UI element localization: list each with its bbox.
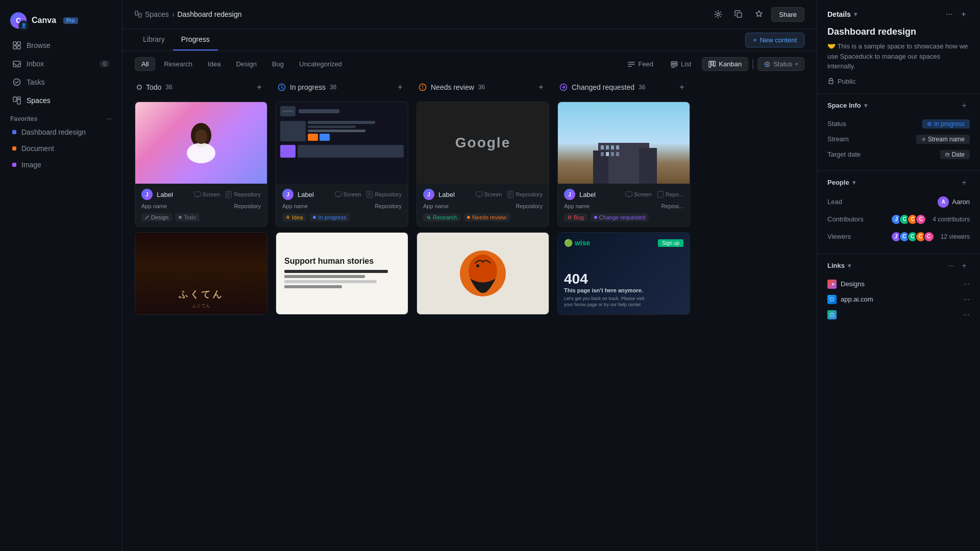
svg-point-57 [830, 313, 834, 316]
link-item-3: ··· [827, 307, 970, 322]
people-add-button[interactable]: + [959, 177, 970, 188]
sidebar-item-spaces[interactable]: Spaces [6, 92, 116, 109]
tab-progress[interactable]: Progress [173, 29, 218, 51]
new-content-button[interactable]: + New content [745, 33, 804, 47]
repo-name-2: Repository [375, 203, 402, 209]
new-content-label: New content [760, 36, 797, 44]
panel-more-button[interactable]: ··· [943, 8, 955, 20]
people-header: People ▾ + [827, 177, 970, 188]
filter-bug[interactable]: Bug [265, 57, 290, 71]
card-todo-2[interactable]: ふくてん ふくてん [135, 232, 267, 315]
fav-dot-dashboard [12, 130, 16, 134]
svg-rect-40 [639, 148, 657, 184]
favorites-menu-icon[interactable]: ··· [107, 115, 112, 122]
status-pill[interactable]: In progress [922, 119, 970, 129]
sidebar-item-tasks[interactable]: Tasks [6, 73, 116, 91]
settings-button[interactable] [710, 6, 726, 22]
google-logo-text: Google [455, 135, 510, 151]
breadcrumb-spaces[interactable]: Spaces [145, 10, 169, 18]
column-inprogress: In progress 36 + [276, 77, 408, 539]
column-header-todo: Todo 36 + [135, 77, 267, 97]
links-add-button[interactable]: + [959, 260, 970, 271]
card-meta-1: J Label Screen Repository [141, 189, 261, 200]
tag-design-1: Design [141, 213, 172, 221]
changed-add-button[interactable]: + [676, 81, 688, 93]
link-menu-app[interactable]: ··· [963, 295, 970, 304]
card-needsreview-2[interactable] [416, 232, 549, 315]
contributors-count: 4 contributors [933, 216, 970, 223]
todo-add-button[interactable]: + [253, 81, 265, 93]
todo-tag-dot [179, 216, 182, 219]
figma-icon [829, 282, 835, 287]
stream-pill[interactable]: Stream name [916, 135, 970, 144]
inprogress-add-button[interactable]: + [394, 81, 406, 93]
sidebar-item-inbox[interactable]: Inbox 0 [6, 55, 116, 72]
space-info-title[interactable]: Space Info ▾ [827, 102, 867, 109]
people-section: People ▾ + Lead A Aaron Contributors J C… [817, 177, 980, 245]
view-list[interactable]: List [664, 57, 698, 71]
stream-pill-icon [921, 137, 925, 141]
filter-all[interactable]: All [135, 57, 155, 71]
spaces-icon [12, 96, 21, 105]
bug-tag-icon [568, 215, 572, 219]
svg-rect-47 [611, 152, 614, 156]
lock-icon [827, 78, 835, 85]
view-feed[interactable]: Feed [621, 57, 660, 71]
view-kanban[interactable]: Kanban [702, 57, 748, 71]
links-title[interactable]: Links ▾ [827, 262, 851, 269]
spaces-breadcrumb-icon [135, 11, 142, 18]
figma-favicon [827, 280, 837, 289]
repo-icon-1 [225, 191, 232, 198]
fav-item-document[interactable]: Document [6, 141, 116, 156]
tab-library[interactable]: Library [135, 29, 173, 51]
tabs-row: Library Progress + New content [122, 29, 817, 51]
card-image-portrait [135, 102, 267, 184]
copy-button[interactable] [730, 6, 747, 22]
card-image-wise: 🟢 wise Sign up 404 This page isn't here … [558, 233, 690, 314]
sidebar-item-browse[interactable]: Browse [6, 37, 116, 54]
card-image-darkui [276, 102, 408, 184]
card-image-bird [417, 233, 549, 314]
links-label: Links [827, 262, 845, 269]
card-inprogress-1[interactable]: J Label Screen Repository [276, 102, 408, 227]
panel-header: Details ▾ ··· + [817, 8, 980, 27]
inprogress-label: In progress [290, 83, 326, 91]
filter-design[interactable]: Design [229, 57, 263, 71]
links-more-button[interactable]: ··· [945, 260, 957, 271]
filter-research[interactable]: Research [157, 57, 199, 71]
panel-add-button[interactable]: + [958, 8, 970, 20]
fav-label-document: Document [21, 144, 54, 153]
status-filter-button[interactable]: Status ▾ [757, 57, 804, 71]
card-names-2: App name Repository [282, 203, 402, 209]
column-title-needsreview: Needs review 36 [419, 83, 485, 91]
share-button[interactable]: Share [771, 7, 804, 22]
svg-rect-52 [829, 81, 833, 84]
link-text-designs[interactable]: Designs [841, 280, 865, 288]
filter-uncategorized[interactable]: Uncategorized [292, 57, 349, 71]
space-info-add-button[interactable]: + [959, 100, 970, 111]
app-logo: C 👤 [10, 12, 27, 29]
card-todo-1[interactable]: J Label Screen Repository [135, 102, 267, 227]
date-pill[interactable]: Date [940, 150, 970, 159]
card-changed-1[interactable]: J Label Screen Repo... [557, 102, 690, 227]
card-inprogress-2[interactable]: Support human stories [276, 232, 408, 315]
panel-actions: ··· + [943, 8, 970, 20]
star-button[interactable] [751, 6, 767, 22]
fav-item-image[interactable]: Image [6, 157, 116, 172]
people-title[interactable]: People ▾ [827, 179, 855, 186]
status-tag-4: Change requested [591, 213, 649, 221]
details-chevron-icon[interactable]: ▾ [854, 11, 857, 18]
filter-idea[interactable]: Idea [201, 57, 227, 71]
card-needsreview-1[interactable]: Google J Label Screen [416, 102, 549, 227]
contributor-avatar-4: C [915, 214, 926, 225]
needsreview-add-button[interactable]: + [535, 81, 547, 93]
column-todo: Todo 36 + [135, 77, 267, 539]
card-changed-2[interactable]: 🟢 wise Sign up 404 This page isn't here … [557, 232, 690, 315]
breadcrumb-current: Dashboard redesign [177, 10, 241, 18]
stream-field-label: Stream [827, 135, 878, 143]
changed-count: 36 [639, 84, 645, 91]
link-text-app[interactable]: app.ai.com [841, 295, 873, 303]
fav-item-dashboard[interactable]: Dashboard redesign [6, 124, 116, 140]
link-menu-3[interactable]: ··· [963, 310, 970, 319]
link-menu-designs[interactable]: ··· [963, 280, 970, 289]
